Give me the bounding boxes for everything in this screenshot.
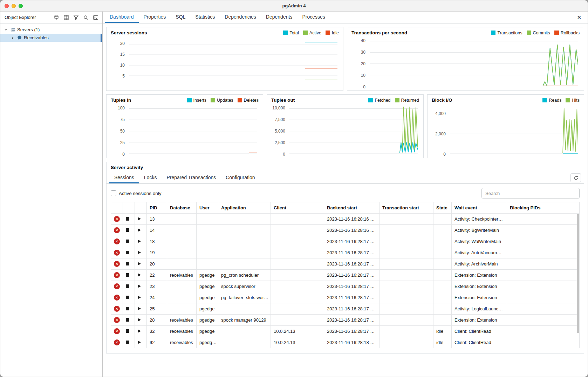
search-input[interactable] [481, 188, 580, 198]
terminate-session-button[interactable]: ✕ [111, 315, 123, 326]
legend-swatch [238, 98, 242, 102]
cell-application: spock manager 90129 [218, 315, 271, 326]
view-details-button[interactable] [135, 247, 147, 258]
activity-tab-configuration[interactable]: Configuration [221, 172, 260, 183]
stop-icon [126, 251, 129, 254]
column-header-application[interactable]: Application [218, 202, 271, 214]
session-row[interactable]: ✕23pgedgespock supervisor2023-11-16 16:2… [111, 281, 580, 292]
session-row[interactable]: ✕22receivablespgedgepg_cron scheduler202… [111, 270, 580, 281]
column-header-blocking-pids[interactable]: Blocking PIDs [507, 202, 580, 214]
column-header-transaction-start[interactable]: Transaction start [380, 202, 433, 214]
y-axis-tick: 10,000 [272, 106, 285, 110]
cell-state [433, 236, 452, 247]
tab-processes[interactable]: Processes [297, 12, 330, 23]
cancel-query-button[interactable] [123, 225, 135, 236]
session-row[interactable]: ✕192023-11-16 16:28:17 …Activity: AutoVa… [111, 247, 580, 258]
column-header-backend-start[interactable]: Backend start [324, 202, 380, 214]
tab-properties[interactable]: Properties [139, 12, 171, 23]
activity-tab-locks[interactable]: Locks [139, 172, 162, 183]
close-panel-icon[interactable]: ✕ [573, 13, 586, 22]
cell-database: receivables [167, 326, 197, 337]
terminate-session-button[interactable]: ✕ [111, 214, 123, 225]
activity-tab-prepared-transactions[interactable]: Prepared Transactions [162, 172, 221, 183]
session-row[interactable]: ✕132023-11-16 16:28:16 …Activity: Checkp… [111, 214, 580, 225]
view-details-button[interactable] [135, 292, 147, 303]
cancel-query-button[interactable] [123, 247, 135, 258]
terminate-session-button[interactable]: ✕ [111, 225, 123, 236]
tab-statistics[interactable]: Statistics [190, 12, 220, 23]
cancel-query-button[interactable] [123, 214, 135, 225]
cell-backend-start: 2023-11-16 16:28:17 … [324, 281, 380, 292]
refresh-button[interactable] [570, 173, 581, 182]
tab-dependencies[interactable]: Dependencies [220, 12, 261, 23]
column-header-icon[interactable] [135, 202, 147, 214]
column-header-database[interactable]: Database [167, 202, 197, 214]
column-header-wait-event[interactable]: Wait event [452, 202, 507, 214]
session-row[interactable]: ✕25pgedge2023-11-16 16:28:17 …Activity: … [111, 303, 580, 315]
active-sessions-checkbox[interactable] [111, 190, 116, 196]
cell-state [433, 247, 452, 258]
session-row[interactable]: ✕32receivablespgedge10.0.24.132023-11-16… [111, 326, 580, 337]
column-header-icon[interactable] [123, 202, 135, 214]
table-scrollbar[interactable] [577, 214, 579, 333]
cancel-query-button[interactable] [123, 303, 135, 315]
column-header-state[interactable]: State [433, 202, 452, 214]
cancel-query-button[interactable] [123, 337, 135, 348]
connect-server-button[interactable] [52, 13, 61, 22]
terminate-session-button[interactable]: ✕ [111, 247, 123, 258]
cancel-query-button[interactable] [123, 270, 135, 281]
column-header-pid[interactable]: PID [147, 202, 167, 214]
terminate-session-button[interactable]: ✕ [111, 326, 123, 337]
cancel-query-button[interactable] [123, 281, 135, 292]
session-row[interactable]: ✕202023-11-16 16:28:17 …Activity: Archiv… [111, 258, 580, 270]
session-row[interactable]: ✕142023-11-16 16:28:16 …Activity: BgWrit… [111, 225, 580, 236]
search-objects-button[interactable] [81, 13, 90, 22]
column-header-client[interactable]: Client [271, 202, 324, 214]
view-details-button[interactable] [135, 214, 147, 225]
view-details-button[interactable] [135, 303, 147, 315]
query-tool-button[interactable] [62, 13, 71, 22]
view-details-button[interactable] [135, 270, 147, 281]
view-details-button[interactable] [135, 236, 147, 247]
terminate-session-button[interactable]: ✕ [111, 258, 123, 270]
tab-sql[interactable]: SQL [171, 12, 190, 23]
cell-backend-start: 2023-11-16 16:28:17 … [324, 258, 380, 270]
view-details-button[interactable] [135, 315, 147, 326]
tab-dependents[interactable]: Dependents [261, 12, 298, 23]
cancel-query-button[interactable] [123, 236, 135, 247]
column-header-icon[interactable] [111, 202, 123, 214]
terminate-session-button[interactable]: ✕ [111, 303, 123, 315]
tab-dashboard[interactable]: Dashboard [105, 12, 139, 23]
chevron-right-icon[interactable] [11, 36, 15, 40]
activity-tab-sessions[interactable]: Sessions [109, 172, 139, 183]
chart-canvas [129, 39, 337, 86]
session-row[interactable]: ✕182023-11-16 16:28:17 …Activity: WalWri… [111, 236, 580, 247]
session-row[interactable]: ✕92receivablespgedg…10.0.24.132023-11-16… [111, 337, 580, 348]
terminate-session-button[interactable]: ✕ [111, 337, 123, 348]
view-details-button[interactable] [135, 337, 147, 348]
filter-button[interactable] [71, 13, 81, 22]
view-details-button[interactable] [135, 326, 147, 337]
zoom-window-button[interactable] [19, 4, 23, 8]
session-row[interactable]: ✕24pgedgepg_failover_slots wor…2023-11-1… [111, 292, 580, 303]
cancel-query-button[interactable] [123, 315, 135, 326]
psql-tool-button[interactable] [91, 13, 100, 22]
tree-item-receivables[interactable]: Receivables [0, 34, 102, 42]
session-row[interactable]: ✕28receivablespgedgespock manager 901292… [111, 315, 580, 326]
view-details-button[interactable] [135, 258, 147, 270]
view-details-button[interactable] [135, 281, 147, 292]
cell-wait-event: Extension: Extension [452, 270, 507, 281]
terminate-session-button[interactable]: ✕ [111, 236, 123, 247]
terminate-session-button[interactable]: ✕ [111, 292, 123, 303]
cancel-query-button[interactable] [123, 258, 135, 270]
minimize-window-button[interactable] [12, 4, 16, 8]
terminate-session-button[interactable]: ✕ [111, 281, 123, 292]
view-details-button[interactable] [135, 225, 147, 236]
column-header-user[interactable]: User [197, 202, 218, 214]
tree-item-servers[interactable]: Servers (1) [0, 26, 102, 34]
terminate-session-button[interactable]: ✕ [111, 270, 123, 281]
cancel-query-button[interactable] [123, 326, 135, 337]
cancel-query-button[interactable] [123, 292, 135, 303]
close-window-button[interactable] [5, 4, 9, 8]
chevron-down-icon[interactable] [4, 28, 8, 32]
